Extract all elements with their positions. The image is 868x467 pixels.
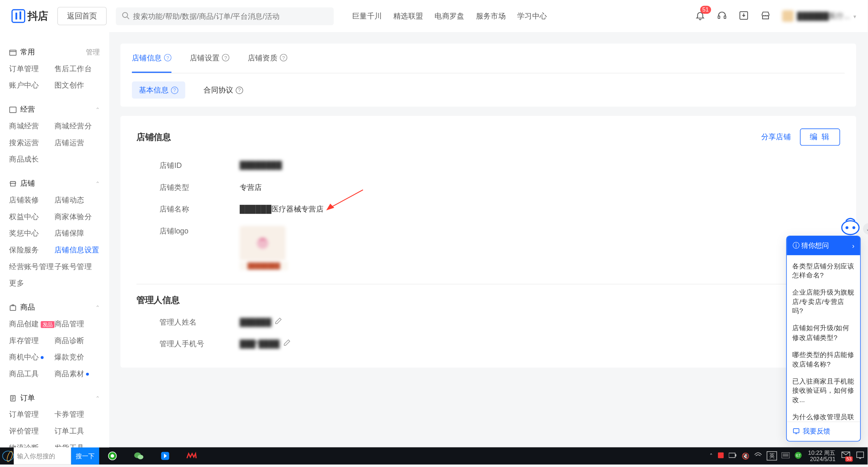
assistant-item[interactable]: 为什么修改管理员联系方式提示无权限编辑? (787, 408, 860, 422)
return-home-button[interactable]: 返回首页 (57, 7, 106, 25)
taskbar-search-button[interactable]: 搜一下 (71, 447, 99, 465)
sidebar-section-shop[interactable]: 店铺 ⌃ (9, 175, 100, 192)
taskbar-app-tencent[interactable] (152, 447, 178, 465)
tray-wifi-icon[interactable] (754, 452, 762, 460)
nav-link[interactable]: 电商罗盘 (435, 11, 464, 21)
sidebar-item[interactable]: 经营账号管理 (9, 259, 54, 275)
assistant-feedback-link[interactable]: 我要反馈 (787, 422, 860, 441)
tray-battery-icon[interactable] (729, 452, 737, 459)
sidebar-item[interactable]: 爆款竞价 (54, 349, 100, 366)
sidebar-item[interactable]: 商品诊断 (54, 333, 100, 349)
sidebar-item[interactable]: 售后工作台 (54, 61, 100, 77)
share-shop-link[interactable]: 分享店铺 (761, 132, 791, 142)
headset-icon[interactable] (717, 10, 727, 22)
store-icon[interactable] (760, 10, 771, 22)
sidebar-item[interactable]: 店铺装修 (9, 192, 54, 209)
sidebar-item[interactable]: 商品成长 (9, 151, 54, 168)
windows-taskbar: 输入你想搜的 搜一下 ˄ 🔇 英 67 10:22 周五 2024/5/31 5… (0, 447, 868, 465)
download-icon[interactable] (739, 10, 749, 22)
sidebar-item[interactable]: 订单工具 (54, 423, 100, 440)
sidebar-item[interactable]: 搜索运营 (9, 135, 54, 151)
search-input[interactable] (133, 12, 328, 21)
tray-ime-label[interactable]: 英 (767, 451, 777, 460)
sidebar-item[interactable]: 权益中心 (9, 209, 54, 225)
svg-rect-7 (10, 305, 16, 310)
help-icon[interactable]: ? (164, 54, 171, 61)
sidebar-item[interactable]: 商品工具 (9, 366, 54, 383)
global-search[interactable] (116, 7, 334, 25)
sidebar-item[interactable]: 订单管理 (9, 61, 54, 77)
sidebar-item[interactable]: 商家体验分 (54, 209, 100, 225)
tray-chevron-icon[interactable]: ˄ (710, 452, 713, 460)
sidebar-item[interactable]: 店铺运营 (54, 135, 100, 151)
nav-link[interactable]: 学习中心 (517, 11, 547, 21)
sidebar-item[interactable]: 子账号管理 (54, 259, 100, 275)
sidebar-item[interactable]: 商品素材 (54, 366, 100, 383)
tray-action-center-icon[interactable] (856, 451, 864, 460)
subtab-contract[interactable]: 合同协议? (197, 81, 250, 98)
assistant-item[interactable]: 各类型店铺分别应该怎样命名? (787, 258, 860, 284)
assistant-item[interactable]: 店铺如何升级/如何修改店铺类型? (787, 320, 860, 346)
help-icon[interactable]: ? (280, 54, 287, 61)
sidebar-item[interactable]: 奖惩中心 (9, 225, 54, 242)
sidebar-item[interactable]: 图文创作 (54, 77, 100, 94)
tray-guard-icon[interactable]: 67 (794, 451, 802, 460)
taskbar-search[interactable]: 输入你想搜的 (14, 447, 71, 465)
sidebar-item[interactable]: 商机中心 (9, 349, 54, 366)
sidebar-section-goods[interactable]: 商品 ⌃ (9, 299, 100, 316)
sidebar-item[interactable]: 账户中心 (9, 77, 54, 94)
tab-shop-settings[interactable]: 店铺设置? (190, 44, 229, 73)
nav-link[interactable]: 巨量千川 (352, 11, 382, 21)
sidebar-item-shop-info-settings[interactable]: 店铺信息设置 (54, 242, 100, 259)
system-tray[interactable]: ˄ 🔇 英 67 (710, 451, 802, 460)
tab-shop-credentials[interactable]: 店铺资质? (248, 44, 287, 73)
tab-shop-info[interactable]: 店铺信息? (132, 44, 171, 73)
sidebar-item[interactable]: 更多 (9, 275, 54, 292)
sidebar-item[interactable]: 商品创建发品 (9, 316, 54, 333)
sidebar-manage-link[interactable]: 管理 (86, 47, 99, 57)
taskbar-app-wps[interactable] (178, 447, 205, 465)
sidebar-section-order[interactable]: 订单 ⌃ (9, 390, 100, 407)
edit-icon[interactable] (283, 340, 290, 348)
chevron-right-icon[interactable]: › (852, 242, 854, 250)
user-menu[interactable]: ██████医疗... ▾ (782, 10, 856, 22)
brand-logo[interactable]: 抖店 (12, 9, 48, 23)
tray-volume-icon[interactable]: 🔇 (742, 452, 750, 460)
sidebar-section-biz[interactable]: 经营 ⌃ (9, 101, 100, 118)
sidebar-item[interactable]: 商品管理 (54, 316, 100, 333)
taskbar-app-wechat[interactable] (126, 447, 152, 465)
assistant-bot-icon[interactable] (839, 215, 862, 238)
sidebar-section-common[interactable]: 常用 管理 (9, 44, 100, 61)
edit-icon[interactable] (275, 318, 282, 326)
sidebar-item[interactable]: 保险服务 (9, 242, 54, 259)
assistant-item[interactable]: 企业店能升级为旗舰店/专卖店/专营店吗? (787, 284, 860, 320)
sidebar-item[interactable]: 物流诊断 (9, 440, 54, 447)
taskbar-clock[interactable]: 10:22 周五 2024/5/31 (808, 450, 836, 462)
help-icon[interactable]: ? (171, 86, 178, 94)
subtab-basic-info[interactable]: 基本信息? (132, 81, 185, 98)
tray-keyboard-icon[interactable] (782, 452, 790, 459)
assistant-item[interactable]: 已入驻商家且手机能接收验证码，如何修改... (787, 373, 860, 408)
edit-button[interactable]: 编 辑 (800, 128, 840, 146)
svg-rect-6 (10, 107, 16, 112)
svg-rect-30 (857, 452, 864, 458)
nav-link[interactable]: 精选联盟 (393, 11, 423, 21)
sidebar-item[interactable]: 评价管理 (9, 423, 54, 440)
sidebar-item[interactable]: 商城经营 (9, 118, 54, 135)
help-icon[interactable]: ? (222, 54, 229, 61)
tray-shield-icon[interactable] (718, 452, 725, 460)
ie-browser-icon[interactable] (2, 451, 14, 461)
tray-message-icon[interactable]: 53 (841, 451, 850, 460)
sidebar-item[interactable]: 商城经营分 (54, 118, 100, 135)
sidebar-item[interactable]: 卡券管理 (54, 407, 100, 423)
sidebar-item[interactable]: 店铺保障 (54, 225, 100, 242)
sidebar-item[interactable]: 订单管理 (9, 407, 54, 423)
bell-icon[interactable]: 51 (695, 10, 705, 22)
assistant-item[interactable]: 哪些类型的抖店能修改店铺名称? (787, 346, 860, 373)
nav-link[interactable]: 服务市场 (476, 11, 506, 21)
help-icon[interactable]: ? (236, 86, 243, 94)
taskbar-app-360[interactable] (99, 447, 126, 465)
sidebar-item[interactable]: 发货工具 (54, 440, 100, 447)
sidebar-item[interactable]: 库存管理 (9, 333, 54, 349)
sidebar-item[interactable]: 店铺动态 (54, 192, 100, 209)
